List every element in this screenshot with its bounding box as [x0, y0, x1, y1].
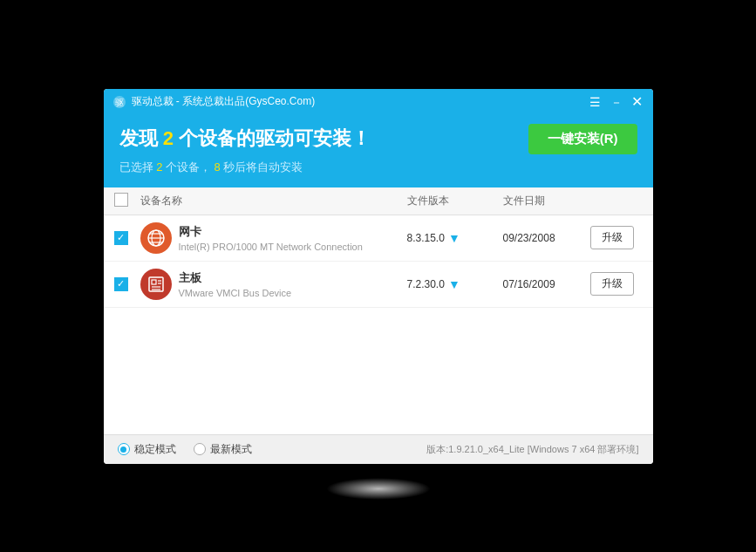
close-button[interactable]: ✕	[630, 95, 644, 109]
row1-action: 升级	[590, 226, 643, 249]
row1-device-icon	[140, 222, 172, 254]
row2-device-name: 主板	[179, 270, 407, 286]
row2-action: 升级	[590, 272, 643, 296]
header-title: 发现 2 个设备的驱动可安装！	[119, 126, 371, 152]
bottom-glow	[326, 478, 431, 500]
content-area: 设备名称 文件版本 文件日期 网卡 Intel(R) PRO/1	[104, 187, 653, 434]
row1-down-icon: ▼	[448, 231, 460, 245]
svg-rect-8	[152, 280, 156, 284]
row2-checkbox[interactable]	[114, 277, 128, 291]
row2-upgrade-button[interactable]: 升级	[590, 272, 634, 296]
menu-button[interactable]: ☰	[589, 96, 603, 108]
row1-checkbox[interactable]	[114, 231, 128, 245]
stable-mode-option[interactable]: 稳定模式	[118, 442, 176, 457]
svg-text:驱: 驱	[115, 98, 124, 107]
row1-version: 8.3.15.0 ▼	[407, 231, 503, 245]
unit-label: 个设备的驱动可安装！	[179, 127, 371, 149]
version-info: 版本:1.9.21.0_x64_Lite [Windows 7 x64 部署环境…	[426, 443, 638, 456]
col-date-header: 文件日期	[503, 194, 590, 208]
col-version-header: 文件版本	[407, 194, 503, 208]
minimize-button[interactable]: －	[610, 96, 623, 108]
titlebar: 驱 驱动总裁 - 系统总裁出品(GysCeo.Com) ☰ － ✕	[104, 89, 653, 115]
latest-mode-label: 最新模式	[210, 442, 252, 457]
row2-version: 7.2.30.0 ▼	[407, 277, 503, 291]
table-header: 设备名称 文件版本 文件日期	[104, 187, 653, 215]
main-window: 驱 驱动总裁 - 系统总裁出品(GysCeo.Com) ☰ － ✕ 发现 2 个…	[104, 89, 653, 464]
app-icon: 驱	[112, 95, 126, 109]
row1-check	[114, 231, 140, 245]
row2-date: 07/16/2009	[503, 278, 590, 290]
found-label: 发现	[119, 127, 158, 149]
install-button[interactable]: 一键安装(R)	[528, 124, 637, 154]
latest-mode-radio[interactable]	[194, 443, 206, 455]
row2-device-detail: VMware VMCI Bus Device	[179, 288, 407, 298]
table-row: 主板 VMware VMCI Bus Device 7.2.30.0 ▼ 07/…	[104, 262, 653, 308]
row2-device-icon	[140, 269, 172, 300]
row1-date: 09/23/2008	[503, 232, 590, 244]
header: 发现 2 个设备的驱动可安装！ 一键安装(R) 已选择 2 个设备， 8 秒后将…	[104, 115, 653, 187]
stable-mode-label: 稳定模式	[134, 442, 176, 457]
titlebar-controls: ☰ － ✕	[589, 95, 644, 109]
row2-check	[114, 277, 140, 291]
device-count: 2	[163, 127, 179, 149]
row2-device-info: 主板 VMware VMCI Bus Device	[179, 270, 407, 298]
content-spacer	[104, 308, 653, 434]
col-name-header: 设备名称	[140, 194, 407, 208]
row1-upgrade-button[interactable]: 升级	[590, 226, 634, 249]
col-check-header	[114, 193, 140, 209]
row1-device-info: 网卡 Intel(R) PRO/1000 MT Network Connecti…	[179, 224, 407, 252]
row1-device-name: 网卡	[179, 224, 407, 240]
stable-mode-radio[interactable]	[118, 443, 130, 455]
header-subtitle: 已选择 2 个设备， 8 秒后将自动安装	[119, 160, 637, 175]
footer-left: 稳定模式 最新模式	[118, 442, 252, 457]
titlebar-title: 驱动总裁 - 系统总裁出品(GysCeo.Com)	[132, 94, 589, 109]
row2-down-icon: ▼	[448, 277, 460, 291]
row1-device-detail: Intel(R) PRO/1000 MT Network Connection	[179, 242, 407, 252]
table-row: 网卡 Intel(R) PRO/1000 MT Network Connecti…	[104, 215, 653, 262]
select-all-checkbox[interactable]	[114, 193, 128, 207]
header-main: 发现 2 个设备的驱动可安装！ 一键安装(R)	[119, 124, 637, 154]
latest-mode-option[interactable]: 最新模式	[194, 442, 252, 457]
footer: 稳定模式 最新模式 版本:1.9.21.0_x64_Lite [Windows …	[104, 434, 653, 464]
